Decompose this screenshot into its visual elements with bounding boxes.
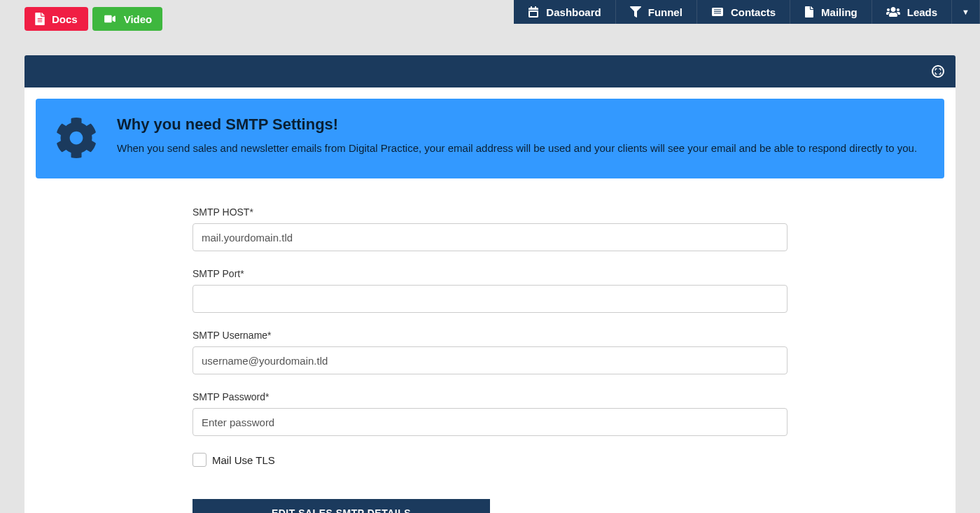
smtp-password-input[interactable] [192,408,788,436]
contacts-icon [711,6,724,17]
smtp-host-input[interactable] [192,223,788,251]
edit-smtp-button[interactable]: EDIT SALES SMTP DETAILS [192,499,490,513]
smtp-password-label: SMTP Password* [192,391,788,402]
nav-more[interactable]: ▼ [952,0,980,24]
nav-mailing[interactable]: Mailing [790,0,872,24]
caret-down-icon: ▼ [962,8,969,16]
smtp-username-label: SMTP Username* [192,330,788,341]
nav-leads[interactable]: Leads [872,0,952,24]
smtp-username-input[interactable] [192,346,788,374]
mailing-icon [804,6,814,17]
nav-dashboard-label: Dashboard [546,6,601,18]
video-button-label: Video [124,13,153,25]
nav-dashboard[interactable]: Dashboard [514,0,615,24]
top-nav: Dashboard Funnel Contacts Mailing Leads [514,0,980,24]
tls-checkbox-label: Mail Use TLS [212,454,275,466]
calendar-icon [528,6,539,17]
file-icon [35,13,45,25]
expand-button[interactable] [932,65,944,78]
nav-funnel-label: Funnel [648,6,682,18]
docs-button[interactable]: Docs [24,7,88,31]
info-banner: Why you need SMTP Settings! When you sen… [36,99,944,178]
docs-button-label: Docs [52,13,78,25]
top-buttons: Docs Video [24,7,162,31]
info-banner-title: Why you need SMTP Settings! [117,115,917,134]
funnel-icon [630,6,641,17]
video-icon [103,14,117,24]
nav-contacts[interactable]: Contacts [697,0,790,24]
info-banner-body: When you send sales and newsletter email… [117,141,917,157]
tls-checkbox[interactable] [192,453,206,467]
smtp-port-label: SMTP Port* [192,268,788,279]
nav-funnel[interactable]: Funnel [616,0,697,24]
leads-icon [886,6,900,17]
smtp-port-input[interactable] [192,285,788,313]
info-banner-text: Why you need SMTP Settings! When you sen… [117,115,917,157]
gear-icon [55,115,97,162]
panel-header [24,55,955,87]
nav-contacts-label: Contacts [731,6,776,18]
smtp-host-label: SMTP HOST* [192,206,788,218]
video-button[interactable]: Video [92,7,163,31]
panel-body: Why you need SMTP Settings! When you sen… [24,87,955,513]
nav-mailing-label: Mailing [821,6,858,18]
expand-icon [934,68,941,75]
smtp-form: SMTP HOST* SMTP Port* SMTP Username* SMT… [186,206,794,513]
nav-leads-label: Leads [907,6,937,18]
